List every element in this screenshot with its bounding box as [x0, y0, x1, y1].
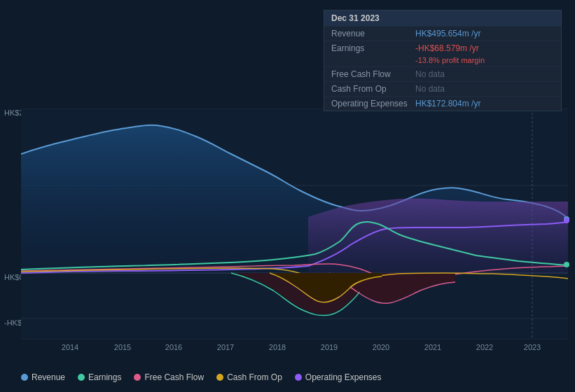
earnings-legend-label: Earnings — [88, 372, 121, 382]
opex-legend-label: Operating Expenses — [305, 372, 382, 382]
tooltip-fcf-row: Free Cash Flow No data — [324, 66, 561, 81]
tooltip-opex-row: Operating Expenses HK$172.804m /yr — [324, 96, 561, 111]
legend-opex[interactable]: Operating Expenses — [295, 372, 382, 382]
earnings-dot — [564, 262, 569, 267]
fcf-legend-label: Free Cash Flow — [144, 372, 204, 382]
tooltip-fcf-label: Free Cash Flow — [331, 69, 415, 79]
tooltip-cashop-row: Cash From Op No data — [324, 81, 561, 96]
tooltip-cashop-value: No data — [415, 84, 445, 94]
tooltip-opex-value: HK$172.804m /yr — [415, 99, 480, 108]
tooltip-earnings-value: -HK$68.579m /yr — [415, 43, 479, 53]
legend-cashop[interactable]: Cash From Op — [216, 372, 282, 382]
tooltip-profit-margin: -13.8% profit margin — [324, 55, 561, 66]
opex-legend-dot — [295, 374, 302, 381]
chart-container: Dec 31 2023 Revenue HK$495.654m /yr Earn… — [0, 0, 575, 392]
x-label-2016: 2016 — [165, 343, 182, 351]
x-label-2014: 2014 — [62, 343, 78, 351]
legend-revenue[interactable]: Revenue — [21, 372, 65, 382]
cashop-legend-dot — [216, 374, 223, 381]
chart-svg — [21, 108, 568, 340]
cashop-legend-label: Cash From Op — [227, 372, 282, 382]
x-label-2020: 2020 — [373, 343, 389, 351]
tooltip-fcf-value: No data — [415, 69, 445, 79]
tooltip-box: Dec 31 2023 Revenue HK$495.654m /yr Earn… — [324, 10, 562, 111]
x-label-2019: 2019 — [321, 343, 338, 351]
tooltip-revenue-row: Revenue HK$495.654m /yr — [324, 26, 561, 41]
tooltip-opex-label: Operating Expenses — [331, 99, 415, 108]
x-label-2022: 2022 — [476, 343, 493, 351]
tooltip-revenue-value: HK$495.654m /yr — [415, 29, 480, 38]
tooltip-revenue-label: Revenue — [331, 29, 415, 38]
x-label-2017: 2017 — [217, 343, 234, 351]
tooltip-earnings-row: Earnings -HK$68.579m /yr — [324, 41, 561, 55]
opex-dot — [564, 218, 569, 223]
legend: Revenue Earnings Free Cash Flow Cash Fro… — [21, 372, 382, 382]
revenue-legend-dot — [21, 374, 28, 381]
earnings-legend-dot — [78, 374, 85, 381]
legend-earnings[interactable]: Earnings — [78, 372, 121, 382]
x-label-2023: 2023 — [524, 343, 541, 351]
x-label-2015: 2015 — [114, 343, 131, 351]
tooltip-cashop-label: Cash From Op — [331, 84, 415, 94]
tooltip-earnings-label: Earnings — [331, 43, 415, 53]
legend-fcf[interactable]: Free Cash Flow — [134, 372, 204, 382]
fcf-legend-dot — [134, 374, 141, 381]
x-label-2018: 2018 — [269, 343, 286, 351]
tooltip-date: Dec 31 2023 — [324, 10, 561, 26]
x-label-2021: 2021 — [424, 343, 441, 351]
revenue-legend-label: Revenue — [32, 372, 65, 382]
